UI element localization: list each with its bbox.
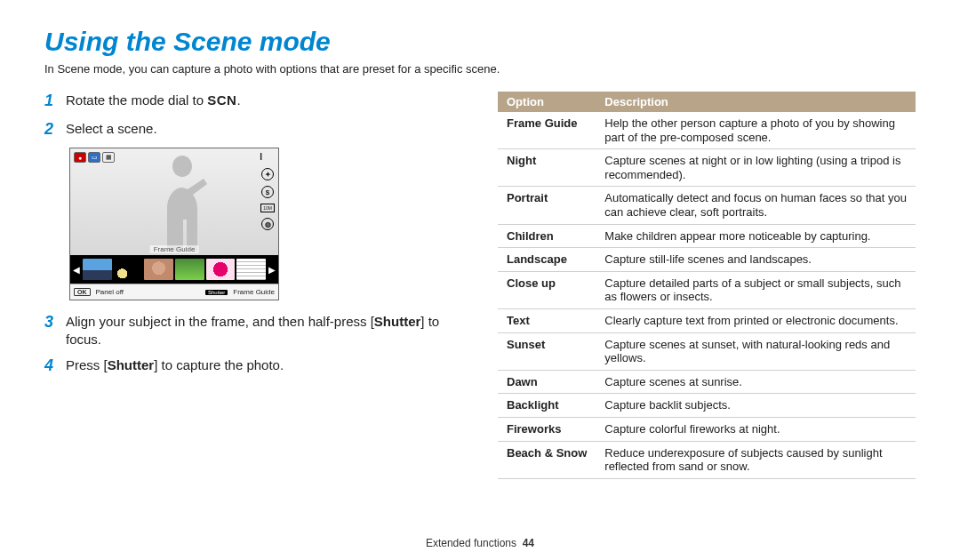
description-cell: Capture colorful fireworks at night. <box>596 417 916 441</box>
right-column: Option Description Frame GuideHelp the o… <box>498 92 916 479</box>
option-cell: Frame Guide <box>498 112 596 149</box>
shutter-bold: Shutter <box>374 314 421 329</box>
camera-lcd-preview: ● ▭ ▦ I ✦ $ 10M ◍ <box>69 148 279 300</box>
footer-label: Extended functions <box>426 537 516 549</box>
lcd-top-right-indicator: I <box>260 152 262 162</box>
table-row: ChildrenMake children appear more notice… <box>498 224 916 248</box>
description-cell: Capture scenes at night or in low lighti… <box>596 149 916 187</box>
lcd-top-left-icons: ● ▭ ▦ <box>74 152 115 163</box>
left-column: 1 Rotate the mode dial to SCN. 2 Select … <box>44 92 462 479</box>
description-cell: Clearly capture text from printed or ele… <box>596 308 916 332</box>
thumb-text[interactable] <box>236 259 266 280</box>
quality-icon: ◍ <box>261 218 274 230</box>
page-title: Using the Scene mode <box>44 27 916 57</box>
description-cell: Reduce underexposure of subjects caused … <box>596 441 916 478</box>
description-cell: Make children appear more noticeable by … <box>596 224 916 248</box>
option-cell: Beach & Snow <box>498 441 596 478</box>
table-row: BacklightCapture backlit subjects. <box>498 394 916 418</box>
description-cell: Capture detailed parts of a subject or s… <box>596 271 916 308</box>
step-4: 4 Press [Shutter] to capture the photo. <box>44 356 462 376</box>
scene-icon: ▭ <box>88 152 100 163</box>
table-row: NightCapture scenes at night or in low l… <box>498 149 916 187</box>
scene-options-table: Option Description Frame GuideHelp the o… <box>498 92 916 479</box>
step-number: 1 <box>44 92 66 111</box>
option-cell: Children <box>498 224 596 248</box>
table-row: PortraitAutomatically detect and focus o… <box>498 187 916 224</box>
table-row: FireworksCapture colorful fireworks at n… <box>498 417 916 441</box>
step-number: 2 <box>44 120 66 140</box>
option-cell: Fireworks <box>498 417 596 441</box>
thumb-children[interactable] <box>175 259 204 280</box>
flash-icon: ✦ <box>261 168 274 180</box>
lcd-label-frame-guide: Frame Guide <box>150 245 199 253</box>
rec-icon: ● <box>74 152 86 163</box>
scn-icon: SCN <box>207 92 236 108</box>
intro-text: In Scene mode, you can capture a photo w… <box>44 62 916 76</box>
shutter-bold: Shutter <box>108 357 155 372</box>
thumb-night[interactable] <box>114 259 143 280</box>
strip-left-arrow-icon[interactable]: ◀ <box>72 265 81 275</box>
panel-off-label: Panel off <box>96 288 124 296</box>
description-cell: Capture still-life scenes and landscapes… <box>596 248 916 272</box>
step-number: 4 <box>44 356 66 376</box>
th-option: Option <box>498 92 596 112</box>
option-cell: Close up <box>498 271 596 308</box>
step-3: 3 Align your subject in the frame, and t… <box>44 313 462 348</box>
page-footer: Extended functions 44 <box>0 537 960 549</box>
description-cell: Capture backlit subjects. <box>596 394 916 418</box>
scene-thumbnail-strip: ◀ ▶ <box>70 255 278 284</box>
frame-icon: ▦ <box>102 152 115 163</box>
strip-right-arrow-icon[interactable]: ▶ <box>268 265 276 275</box>
option-cell: Text <box>498 308 596 332</box>
thumb-portrait[interactable] <box>144 259 173 280</box>
option-cell: Portrait <box>498 187 596 224</box>
option-cell: Night <box>498 149 596 187</box>
subject-silhouette-icon <box>151 156 213 252</box>
footer-page: 44 <box>523 537 534 549</box>
frame-guide-bottom-label: Frame Guide <box>233 288 275 296</box>
step-1: 1 Rotate the mode dial to SCN. <box>44 92 462 111</box>
option-cell: Landscape <box>498 248 596 272</box>
ok-button-icon: OK <box>74 288 91 296</box>
table-row: Close upCapture detailed parts of a subj… <box>498 271 916 308</box>
thumb-landscape[interactable] <box>83 259 112 280</box>
description-cell: Capture scenes at sunrise. <box>596 370 916 394</box>
step-2-text: Select a scene. <box>66 120 157 140</box>
dollar-icon: $ <box>261 186 274 198</box>
table-row: Frame GuideHelp the other person capture… <box>498 112 916 149</box>
step-1-text-post: . <box>236 92 240 108</box>
table-row: SunsetCapture scenes at sunset, with nat… <box>498 332 916 370</box>
th-description: Description <box>596 92 916 112</box>
table-row: TextClearly capture text from printed or… <box>498 308 916 332</box>
description-cell: Help the other person capture a photo of… <box>596 112 916 149</box>
option-cell: Backlight <box>498 394 596 418</box>
table-row: DawnCapture scenes at sunrise. <box>498 370 916 394</box>
shutter-button-icon: Shutter <box>205 290 228 295</box>
table-row: Beach & SnowReduce underexposure of subj… <box>498 441 916 478</box>
size-icon: 10M <box>260 204 275 212</box>
table-row: LandscapeCapture still-life scenes and l… <box>498 248 916 272</box>
step-1-text-pre: Rotate the mode dial to <box>66 92 207 108</box>
description-cell: Automatically detect and focus on human … <box>596 187 916 224</box>
description-cell: Capture scenes at sunset, with natural-l… <box>596 332 916 370</box>
option-cell: Dawn <box>498 370 596 394</box>
step-3-text-pre: Align your subject in the frame, and the… <box>66 314 374 329</box>
step-4-text-pre: Press [ <box>66 357 108 372</box>
step-number: 3 <box>44 313 66 348</box>
option-cell: Sunset <box>498 332 596 370</box>
step-2: 2 Select a scene. <box>44 120 462 140</box>
thumb-closeup[interactable] <box>206 259 236 280</box>
step-4-text-post: ] to capture the photo. <box>154 357 284 372</box>
